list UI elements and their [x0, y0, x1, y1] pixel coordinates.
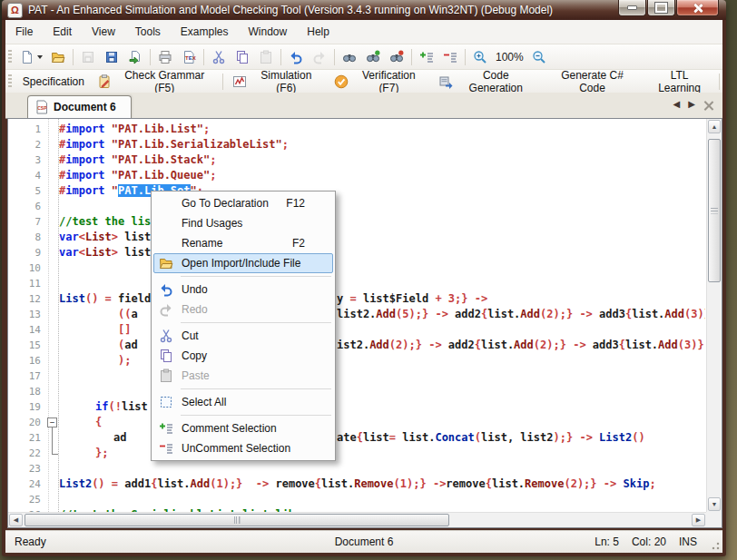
zoom-out-icon [532, 50, 546, 64]
tab-document-6[interactable]: CSP Document 6 [27, 95, 132, 119]
line-number: 2 [10, 137, 41, 152]
code-fragment: #import "PAT.Lib.Queue"; [59, 168, 216, 183]
code-token: y [337, 292, 349, 305]
context-menu-item-redo: Redo [153, 300, 333, 319]
minimize-button[interactable] [618, 0, 646, 16]
cut-button[interactable] [208, 47, 230, 67]
generate-c-code-button[interactable]: Generate C# Code [542, 72, 643, 92]
tab-label: Document 6 [54, 101, 116, 113]
line-number: 24 [10, 476, 41, 492]
code-token: ; [282, 138, 289, 151]
code-generation-button[interactable]: Code Generation [432, 72, 542, 92]
context-menu-item-select-all[interactable]: Select All [153, 392, 333, 412]
line-number: 15 [10, 338, 41, 353]
context-menu-item-undo[interactable]: Undo [153, 280, 333, 300]
dropdown-arrow-icon[interactable] [37, 55, 43, 59]
scroll-left-icon[interactable]: ◀ [9, 514, 23, 526]
menu-window[interactable]: Window [239, 22, 298, 42]
close-tab-icon[interactable] [703, 100, 713, 110]
code-token: (2);} [564, 477, 596, 490]
new-document-button[interactable] [17, 47, 45, 67]
open-file-icon [51, 50, 65, 64]
latex-export-icon: TEX [182, 50, 196, 64]
verification-f7-button[interactable]: Verification (F7) [328, 72, 431, 92]
command-label: LTL Learning [649, 69, 710, 94]
zoom-out-button[interactable] [528, 47, 550, 67]
menu-edit[interactable]: Edit [43, 22, 82, 42]
toolbar-separator [465, 49, 466, 65]
code-token: -> [433, 477, 446, 490]
find-button[interactable] [339, 47, 360, 67]
line-number: 4 [10, 168, 41, 183]
horizontal-scroll-thumb[interactable] [25, 514, 449, 526]
scroll-right-icon[interactable]: ▶ [692, 514, 705, 526]
zoom-in-button[interactable] [469, 47, 491, 67]
command-label: Code Generation [457, 69, 536, 94]
csp-document-icon: CSP [34, 100, 49, 114]
fold-collapse-icon[interactable]: − [47, 418, 57, 427]
code-fragment: #import "PAT.Lib.List"; [59, 122, 210, 137]
code-token: -> [428, 339, 441, 351]
menu-examples[interactable]: Examples [171, 22, 239, 42]
comment-selection-button[interactable] [416, 47, 437, 67]
context-menu-item-find-usages[interactable]: Find Usages [153, 213, 333, 233]
code-token: = [105, 292, 112, 305]
code-token: (2);} [389, 339, 422, 351]
close-button[interactable] [676, 0, 719, 16]
save-all-button[interactable] [101, 47, 123, 67]
main-toolbar: TEX100% [5, 44, 722, 70]
simulation-f6-button[interactable]: Simulation (F6) [226, 72, 328, 92]
specification-button[interactable]: Specification [16, 72, 91, 92]
thumb-grip [234, 516, 241, 524]
copy-button[interactable] [231, 47, 253, 67]
maximize-button[interactable] [647, 0, 675, 16]
check-grammar-f5-button[interactable]: Check Grammar (F5) [91, 72, 221, 92]
scroll-down-icon[interactable]: ▼ [708, 497, 721, 511]
menu-help[interactable]: Help [297, 22, 339, 42]
code-token: list. [481, 339, 514, 351]
horizontal-scrollbar[interactable]: ◀ ▶ [8, 512, 706, 527]
context-menu-item-rename[interactable]: RenameF2 [153, 233, 333, 253]
latex-export-button[interactable]: TEX [178, 47, 200, 67]
context-menu-item-comment-selection[interactable]: Comment Selection [153, 418, 333, 438]
context-menu-item-copy[interactable]: Copy [153, 346, 333, 366]
code-token [105, 184, 112, 197]
line-number: 11 [10, 276, 41, 291]
line-number: 9 [10, 245, 41, 260]
line-number: 6 [10, 199, 41, 214]
uncomment-selection-icon [159, 441, 173, 456]
ltl-learning-button[interactable]: LTL Learning [643, 72, 716, 92]
code-fragment: List2() = add1{list.Add(1);} -> remove{l… [59, 476, 656, 492]
menu-item-label: Comment Selection [182, 422, 277, 435]
scroll-tabs-right-icon[interactable]: ▶ [688, 98, 695, 111]
vertical-scroll-thumb[interactable] [708, 139, 721, 282]
copy-icon [235, 50, 250, 64]
uncomment-selection-button[interactable] [439, 47, 461, 67]
vertical-scrollbar[interactable]: ▲ ▼ [706, 119, 722, 512]
code-token: -> [573, 339, 585, 351]
scroll-up-icon[interactable]: ▲ [708, 120, 721, 133]
menu-file[interactable]: File [5, 22, 43, 42]
export-file-button[interactable] [124, 47, 146, 67]
code-fragment: list2.Add(5);} -> add2{list.Add(2);} -> … [337, 307, 705, 322]
scroll-tabs-left-icon[interactable]: ◀ [673, 98, 681, 111]
code-token [468, 292, 475, 305]
print-button[interactable] [154, 47, 176, 67]
code-token: -> [435, 308, 447, 320]
undo-button[interactable] [285, 47, 307, 67]
find-next-button[interactable] [362, 47, 384, 67]
menu-bar: FileEditViewToolsExamplesWindowHelp [5, 20, 722, 44]
context-menu-item-open-import-include-file[interactable]: Open Import/Include File [153, 253, 333, 273]
menu-item-shortcut: F2 [276, 237, 325, 250]
code-token: add2 [448, 308, 481, 320]
menu-view[interactable]: View [82, 22, 125, 42]
code-token: { [357, 431, 363, 444]
find-options-button[interactable] [386, 47, 408, 67]
context-menu-item-cut[interactable]: Cut [153, 326, 333, 346]
menu-tools[interactable]: Tools [125, 22, 171, 42]
line-number-gutter: 1234567891011121314151617181920212223242… [8, 119, 59, 512]
code-token: list [118, 231, 151, 243]
context-menu-item-go-to-declaration[interactable]: Go To DeclarationF12 [153, 193, 333, 213]
open-file-button[interactable] [47, 47, 69, 67]
context-menu-item-uncomment-selection[interactable]: UnComment Selection [153, 438, 333, 458]
